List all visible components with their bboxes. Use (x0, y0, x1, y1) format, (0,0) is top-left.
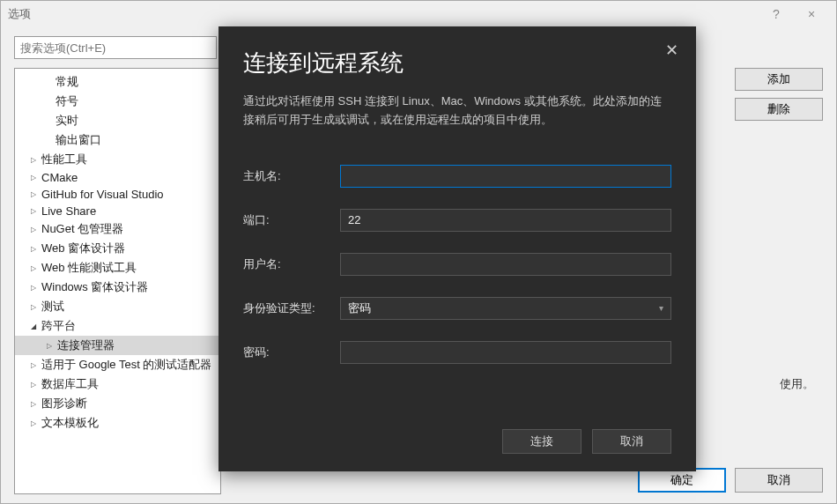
pass-row: 密码: (243, 341, 671, 364)
tree-item-label: 符号 (56, 93, 78, 109)
auth-label: 身份验证类型: (243, 300, 340, 316)
tree-item[interactable]: NuGet 包管理器 (15, 219, 220, 239)
tree-item[interactable]: 数据库工具 (15, 374, 220, 394)
close-icon[interactable]: ✕ (665, 41, 678, 60)
tree-item-label: 连接管理器 (57, 337, 115, 353)
footer-buttons: 确定 取消 (638, 468, 823, 493)
tree-item-label: 数据库工具 (41, 376, 99, 392)
titlebar-controls: ? × (759, 1, 829, 27)
ok-button[interactable]: 确定 (638, 468, 726, 493)
dialog-description: 通过此对话框使用 SSH 连接到 Linux、Mac、Windows 或其他系统… (243, 93, 671, 130)
cancel-button[interactable]: 取消 (735, 468, 823, 493)
dialog-cancel-button[interactable]: 取消 (592, 429, 671, 454)
tree-item[interactable]: 文本模板化 (15, 413, 220, 433)
window-title: 选项 (8, 6, 31, 22)
tree-item-label: 性能工具 (41, 152, 87, 167)
right-buttons: 添加 删除 (735, 68, 823, 121)
dialog-footer: 连接 取消 (502, 429, 671, 454)
partial-text: 使用。 (780, 376, 814, 392)
tree-item[interactable]: Windows 窗体设计器 (15, 278, 220, 297)
host-label: 主机名: (243, 168, 340, 184)
tree-item-label: Windows 窗体设计器 (41, 279, 148, 295)
tree-item-label: 输出窗口 (56, 132, 101, 148)
auth-value: 密码 (348, 300, 371, 316)
tree-item-label: 文本模板化 (41, 415, 99, 431)
tree-item-label: Web 性能测试工具 (41, 260, 137, 276)
tree-item-label: GitHub for Visual Studio (41, 188, 164, 201)
tree-item[interactable]: 实时 (15, 111, 220, 130)
host-row: 主机名: (243, 165, 671, 188)
connect-remote-dialog: ✕ 连接到远程系统 通过此对话框使用 SSH 连接到 Linux、Mac、Win… (219, 26, 696, 471)
tree-item[interactable]: 适用于 Google Test 的测试适配器 (15, 355, 220, 374)
auth-row: 身份验证类型: 密码 (243, 297, 671, 320)
close-button[interactable]: × (794, 1, 829, 27)
port-label: 端口: (243, 212, 340, 228)
tree-item-label: CMake (41, 171, 78, 184)
tree-item-label: NuGet 包管理器 (41, 221, 123, 237)
tree-item-label: Live Share (41, 204, 96, 218)
host-input[interactable] (340, 165, 671, 188)
port-input[interactable] (340, 209, 671, 232)
user-label: 用户名: (243, 256, 340, 272)
tree-item-label: 适用于 Google Test 的测试适配器 (41, 357, 211, 373)
user-input[interactable] (340, 253, 671, 276)
tree-item[interactable]: 跨平台 (15, 316, 220, 336)
tree-item-label: 跨平台 (41, 318, 76, 334)
remove-button[interactable]: 删除 (735, 98, 823, 121)
tree-item[interactable]: 图形诊断 (15, 394, 220, 413)
connect-button[interactable]: 连接 (502, 429, 581, 454)
tree-item[interactable]: Live Share (15, 203, 220, 219)
tree-item[interactable]: 符号 (15, 92, 220, 111)
tree-item[interactable]: 常规 (15, 72, 220, 92)
auth-type-select[interactable]: 密码 (340, 297, 671, 320)
dialog-title: 连接到远程系统 (243, 48, 671, 78)
tree-item[interactable]: Web 窗体设计器 (15, 239, 220, 258)
tree-item[interactable]: 连接管理器 (15, 336, 220, 355)
tree-item-label: 实时 (56, 113, 78, 129)
tree-item[interactable]: 测试 (15, 297, 220, 316)
tree-item[interactable]: 性能工具 (15, 150, 220, 169)
tree-item-label: 测试 (41, 299, 64, 315)
options-titlebar: 选项 ? × (1, 1, 836, 27)
options-tree[interactable]: 常规符号实时输出窗口性能工具CMakeGitHub for Visual Stu… (14, 68, 221, 494)
tree-item-label: Web 窗体设计器 (41, 241, 125, 256)
tree-item-label: 图形诊断 (41, 396, 87, 411)
search-input[interactable] (14, 36, 217, 59)
help-button[interactable]: ? (759, 1, 794, 27)
add-button[interactable]: 添加 (735, 68, 823, 91)
port-row: 端口: (243, 209, 671, 232)
tree-item[interactable]: 输出窗口 (15, 130, 220, 150)
tree-item[interactable]: GitHub for Visual Studio (15, 186, 220, 203)
tree-item-label: 常规 (56, 74, 78, 90)
tree-item[interactable]: CMake (15, 169, 220, 186)
pass-label: 密码: (243, 345, 340, 360)
password-input[interactable] (340, 341, 671, 364)
user-row: 用户名: (243, 253, 671, 276)
tree-item[interactable]: Web 性能测试工具 (15, 258, 220, 278)
